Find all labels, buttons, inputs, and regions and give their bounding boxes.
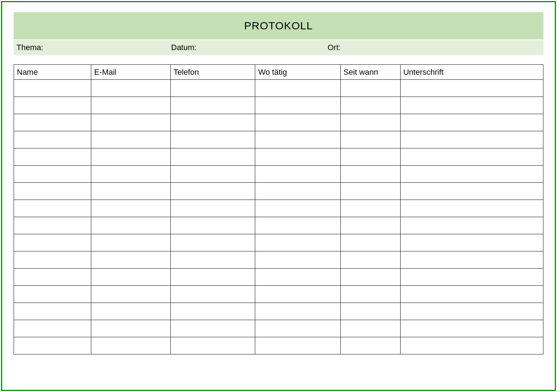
- table-cell: [255, 80, 340, 97]
- title-bar: PROTOKOLL: [14, 12, 543, 39]
- table-body: [14, 80, 543, 354]
- table-cell: [340, 200, 400, 217]
- table-cell: [255, 97, 340, 114]
- col-name: Name: [14, 65, 91, 80]
- table-cell: [255, 114, 340, 131]
- table-cell: [91, 131, 170, 148]
- table-cell: [91, 80, 170, 97]
- table-cell: [14, 251, 91, 269]
- col-email: E-Mail: [91, 65, 170, 80]
- meta-theme: Thema:: [14, 43, 168, 52]
- table-cell: [91, 114, 170, 131]
- table-cell: [14, 80, 91, 97]
- table-cell: [91, 217, 170, 234]
- table-cell: [14, 337, 91, 354]
- table-cell: [400, 303, 543, 320]
- meta-place-label: Ort:: [328, 43, 341, 52]
- attendance-table: Name E-Mail Telefon Wo tätig Seit wann U…: [14, 64, 543, 354]
- meta-place: Ort:: [325, 43, 543, 52]
- table-cell: [340, 183, 400, 200]
- table-cell: [14, 234, 91, 251]
- table-cell: [91, 286, 170, 303]
- table-cell: [170, 131, 255, 148]
- table-row: [14, 303, 543, 320]
- table-row: [14, 200, 543, 217]
- table-cell: [400, 166, 543, 183]
- table-row: [14, 234, 543, 251]
- table-cell: [14, 269, 91, 286]
- table-cell: [170, 337, 255, 354]
- table-cell: [91, 234, 170, 251]
- table-cell: [14, 217, 91, 234]
- table-cell: [255, 337, 340, 354]
- table-cell: [14, 166, 91, 183]
- table-row: [14, 148, 543, 166]
- table-cell: [170, 183, 255, 200]
- table-cell: [91, 200, 170, 217]
- table-cell: [340, 269, 400, 286]
- col-phone: Telefon: [170, 65, 255, 80]
- table-cell: [340, 251, 400, 269]
- table-row: [14, 97, 543, 114]
- table-cell: [400, 148, 543, 166]
- table-row: [14, 131, 543, 148]
- table-row: [14, 337, 543, 354]
- table-cell: [91, 269, 170, 286]
- table-cell: [340, 166, 400, 183]
- table-row: [14, 269, 543, 286]
- table-cell: [400, 217, 543, 234]
- table-cell: [255, 286, 340, 303]
- table-cell: [170, 166, 255, 183]
- table-cell: [400, 80, 543, 97]
- table-cell: [170, 251, 255, 269]
- table-cell: [170, 97, 255, 114]
- table-cell: [340, 320, 400, 337]
- table-cell: [255, 131, 340, 148]
- table-cell: [91, 251, 170, 269]
- table-cell: [400, 251, 543, 269]
- meta-theme-label: Thema:: [16, 43, 43, 52]
- table-cell: [170, 234, 255, 251]
- table-cell: [14, 131, 91, 148]
- meta-date-label: Datum:: [171, 43, 197, 52]
- table-cell: [170, 148, 255, 166]
- table-cell: [255, 251, 340, 269]
- document-title: PROTOKOLL: [244, 20, 313, 32]
- table-cell: [170, 114, 255, 131]
- table-cell: [91, 183, 170, 200]
- table-cell: [91, 97, 170, 114]
- col-where: Wo tätig: [255, 65, 340, 80]
- table-cell: [14, 286, 91, 303]
- table-header-row: Name E-Mail Telefon Wo tätig Seit wann U…: [14, 65, 543, 80]
- document-content: PROTOKOLL Thema: Datum: Ort: Name: [2, 2, 555, 364]
- table-cell: [340, 337, 400, 354]
- table-cell: [255, 234, 340, 251]
- table-row: [14, 251, 543, 269]
- table-cell: [14, 183, 91, 200]
- table-cell: [400, 97, 543, 114]
- table-cell: [400, 200, 543, 217]
- table-cell: [170, 200, 255, 217]
- table-cell: [170, 303, 255, 320]
- table-cell: [400, 131, 543, 148]
- table-cell: [255, 217, 340, 234]
- table-cell: [400, 337, 543, 354]
- table-cell: [340, 286, 400, 303]
- table-cell: [14, 320, 91, 337]
- table-cell: [340, 80, 400, 97]
- table-row: [14, 114, 543, 131]
- table-cell: [340, 131, 400, 148]
- table-cell: [340, 97, 400, 114]
- meta-date: Datum:: [168, 43, 325, 52]
- table-cell: [14, 114, 91, 131]
- table-cell: [400, 183, 543, 200]
- table-cell: [170, 286, 255, 303]
- table-row: [14, 286, 543, 303]
- table-cell: [340, 148, 400, 166]
- table-cell: [255, 200, 340, 217]
- table-cell: [255, 148, 340, 166]
- col-since: Seit wann: [340, 65, 400, 80]
- table-cell: [170, 80, 255, 97]
- table-cell: [400, 269, 543, 286]
- attendance-table-wrap: Name E-Mail Telefon Wo tätig Seit wann U…: [14, 64, 543, 354]
